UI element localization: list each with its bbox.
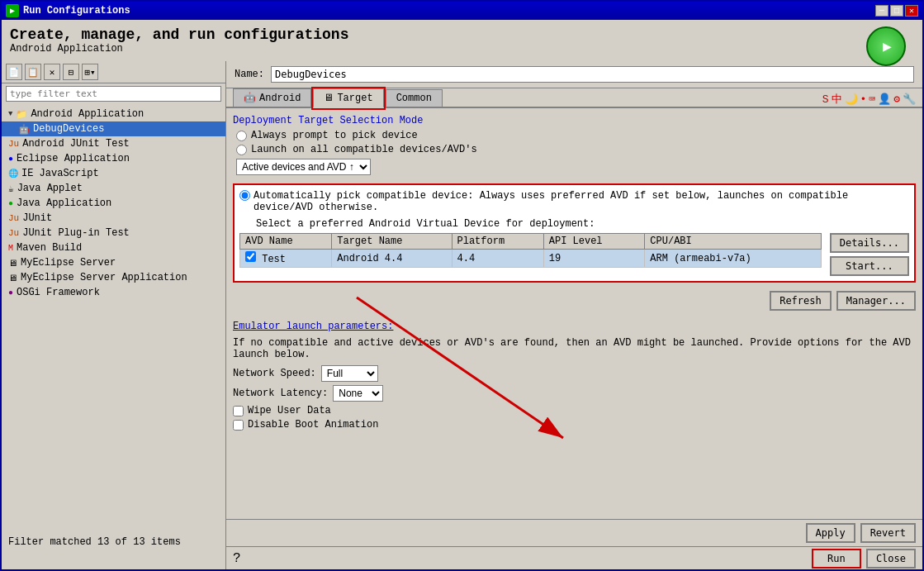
- sougou-kbd-icon: ⌨: [869, 93, 875, 106]
- avd-right-buttons: Details... Start...: [830, 233, 909, 276]
- radio-launch-all-input[interactable]: [236, 145, 247, 155]
- avd-platform: 4.4: [452, 250, 543, 268]
- maven-icon: M: [8, 244, 13, 253]
- details-button[interactable]: Details...: [830, 233, 909, 253]
- table-row[interactable]: Test Android 4.4 4.4 19 ARM (armeabi-v7a…: [240, 250, 822, 268]
- sidebar-item-label: Java Applet: [17, 183, 83, 194]
- junit-plugin-icon: Ju: [8, 228, 19, 238]
- collapse-button[interactable]: ⊟: [63, 64, 79, 80]
- filter-input[interactable]: [6, 86, 221, 102]
- sougou-zh-icon: 中: [832, 92, 842, 107]
- avd-target-name: Android 4.4: [332, 250, 452, 268]
- window-icon: ▶: [6, 4, 19, 17]
- revert-button[interactable]: Revert: [860, 523, 916, 543]
- network-latency-dropdown[interactable]: None GPRS EDGE UMTS: [333, 385, 383, 402]
- help-icon[interactable]: ?: [233, 551, 241, 566]
- sidebar: 📄 📋 ✕ ⊟ ⊞▾ ▼ 📁 Android Application 🤖: [2, 61, 226, 569]
- sidebar-item-maven[interactable]: M Maven Build: [2, 240, 225, 255]
- sidebar-item-label: JUnit: [22, 212, 52, 224]
- emulator-section: Emulator launch parameters: If no compat…: [233, 321, 916, 433]
- tab-common[interactable]: Common: [386, 89, 443, 107]
- radio-launch-all: Launch on all compatible devices/AVD's: [236, 144, 916, 155]
- avd-table: AVD Name Target Name Platform API Level …: [239, 233, 822, 268]
- bottom-buttons: Apply Revert: [806, 523, 916, 543]
- deployment-section: Deployment Target Selection Mode Always …: [233, 115, 916, 175]
- start-button[interactable]: Start...: [830, 256, 909, 276]
- delete-button[interactable]: ✕: [44, 64, 60, 80]
- filter-status-label: Filter matched 13 of 13 items: [8, 536, 181, 548]
- wipe-user-data-checkbox[interactable]: [233, 406, 244, 416]
- java-applet-icon: ☕: [8, 183, 14, 194]
- col-avd-name: AVD Name: [240, 234, 332, 250]
- sidebar-toolbar: 📄 📋 ✕ ⊟ ⊞▾: [2, 61, 225, 83]
- auto-pick-text: Automatically pick compatible device: Al…: [254, 190, 909, 213]
- run-configurations-window: ▶ Run Configurations ─ □ ✕ Create, manag…: [0, 0, 924, 571]
- myeclipse-server-icon: 🖥: [8, 258, 17, 269]
- sidebar-item-label: MyEclipse Server: [21, 257, 116, 269]
- network-latency-label: Network Latency:: [233, 388, 328, 399]
- sidebar-item-ie-javascript[interactable]: 🌐 IE JavaScript: [2, 166, 225, 181]
- bottom-bar: Apply Revert: [226, 519, 922, 546]
- name-label: Name:: [235, 69, 264, 80]
- refresh-button[interactable]: Refresh: [770, 291, 832, 311]
- sidebar-item-osgi[interactable]: ● OSGi Framework: [2, 285, 225, 300]
- maximize-button[interactable]: □: [890, 5, 903, 17]
- close-button[interactable]: ✕: [905, 5, 918, 17]
- sidebar-item-java-applet[interactable]: ☕ Java Applet: [2, 181, 225, 196]
- sidebar-item-label: MyEclipse Server Application: [21, 272, 187, 283]
- name-row: Name:: [226, 61, 922, 88]
- sidebar-item-junit[interactable]: Ju JUnit: [2, 211, 225, 226]
- main-panel: Name: 🤖 Android 🖥 Target Common S: [226, 61, 922, 569]
- apply-button[interactable]: Apply: [806, 523, 855, 543]
- sidebar-item-android-application[interactable]: ▼ 📁 Android Application: [2, 107, 225, 121]
- content-area: 📄 📋 ✕ ⊟ ⊞▾ ▼ 📁 Android Application 🤖: [2, 61, 922, 569]
- sidebar-item-label: Maven Build: [17, 242, 82, 254]
- avd-check-cell: Test: [240, 250, 332, 268]
- minimize-button[interactable]: ─: [875, 5, 888, 17]
- tab-android[interactable]: 🤖 Android: [233, 88, 311, 107]
- avd-table-area: AVD Name Target Name Platform API Level …: [239, 233, 909, 276]
- avd-box: Automatically pick compatible device: Al…: [233, 183, 916, 283]
- sidebar-item-label: JUnit Plug-in Test: [22, 227, 130, 239]
- auto-pick-row: Automatically pick compatible device: Al…: [239, 190, 909, 213]
- new-config-button[interactable]: 📄: [6, 64, 22, 80]
- manager-button[interactable]: Manager...: [836, 291, 916, 311]
- emulator-params-label: Emulator launch parameters:: [233, 321, 916, 332]
- duplicate-button[interactable]: 📋: [25, 64, 41, 80]
- sidebar-item-label: DebugDevices: [33, 123, 104, 135]
- disable-boot-animation-checkbox[interactable]: [233, 420, 244, 431]
- sidebar-item-junit-plugin[interactable]: Ju JUnit Plug-in Test: [2, 226, 225, 240]
- tab-target[interactable]: 🖥 Target: [313, 88, 383, 108]
- eclipse-app-icon: ●: [8, 155, 13, 164]
- avd-checkbox[interactable]: [245, 251, 256, 262]
- run-button[interactable]: Run: [812, 549, 861, 569]
- sidebar-item-myeclipse-server[interactable]: 🖥 MyEclipse Server: [2, 255, 225, 270]
- radio-auto-pick[interactable]: [239, 190, 250, 201]
- android-tab-icon: 🤖: [244, 92, 256, 104]
- avd-api-level: 19: [543, 250, 645, 268]
- run-icon-button[interactable]: [866, 26, 906, 66]
- sidebar-item-label: OSGi Framework: [17, 287, 100, 298]
- network-speed-label: Network Speed:: [233, 368, 316, 379]
- active-devices-dropdown[interactable]: Active devices and AVD ↑: [236, 159, 371, 175]
- sidebar-tree: ▼ 📁 Android Application 🤖 DebugDevices J…: [2, 104, 225, 569]
- name-input[interactable]: [271, 66, 914, 83]
- sidebar-item-eclipse-app[interactable]: ● Eclipse Application: [2, 151, 225, 166]
- sidebar-item-myeclipse-server-app[interactable]: 🖥 MyEclipse Server Application: [2, 270, 225, 285]
- sidebar-item-java-application[interactable]: ● Java Application: [2, 196, 225, 211]
- radio-always-prompt-input[interactable]: [236, 131, 247, 141]
- sidebar-item-label: Android JUnit Test: [22, 138, 130, 150]
- sougou-toolbar: S 中 🌙 • ⌨ 👤 ⚙ 🔧: [822, 92, 916, 107]
- disable-boot-animation-row: Disable Boot Animation: [233, 419, 916, 431]
- sougou-dot-icon: •: [860, 93, 867, 106]
- junit-icon: Ju: [8, 213, 19, 223]
- sidebar-item-android-junit[interactable]: Ju Android JUnit Test: [2, 136, 225, 151]
- wipe-user-data-label: Wipe User Data: [248, 405, 331, 416]
- page-title: Create, manage, and run configurations: [10, 26, 914, 43]
- close-button[interactable]: Close: [866, 549, 916, 569]
- expand-button[interactable]: ⊞▾: [82, 64, 98, 80]
- network-speed-dropdown[interactable]: Full GSM HSCSD GPRS EDGE UMTS HSPDA: [321, 365, 378, 382]
- sidebar-item-debug-devices[interactable]: 🤖 DebugDevices: [2, 121, 225, 136]
- debug-devices-icon: 🤖: [18, 124, 30, 135]
- tab-label: Android: [259, 93, 301, 104]
